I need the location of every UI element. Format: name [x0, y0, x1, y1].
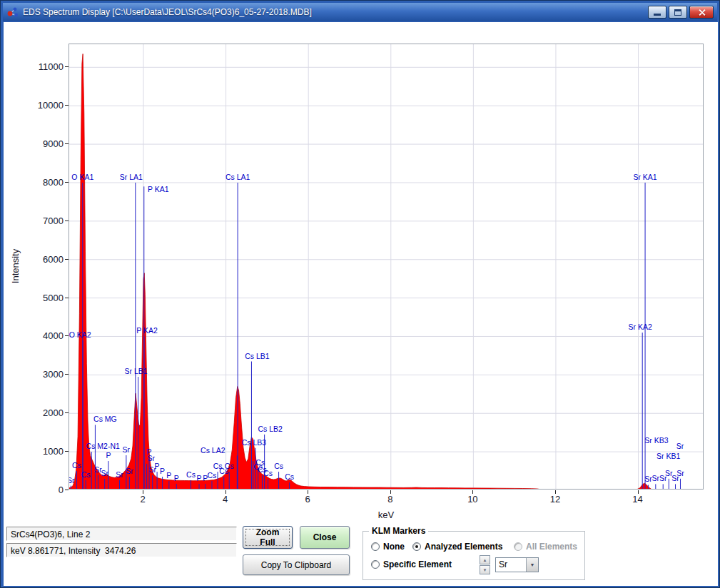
- element-dropdown[interactable]: Sr ▼: [495, 557, 539, 572]
- y-tick-label: 2000: [4, 407, 64, 418]
- radio-specific-element[interactable]: Specific Element: [371, 559, 452, 569]
- arrow-down-icon: ▼: [483, 568, 487, 572]
- x-tick: [638, 490, 639, 494]
- radio-analyzed-elements[interactable]: Analyzed Elements: [412, 542, 502, 552]
- y-tick-label: 0: [4, 485, 64, 495]
- spectrum-trace: [69, 54, 704, 490]
- close-spectrum-button[interactable]: Close: [300, 526, 350, 549]
- y-tick-label: 5000: [4, 293, 64, 303]
- minimize-button[interactable]: [648, 6, 666, 19]
- y-tick: [65, 143, 69, 144]
- spectrum-label-field[interactable]: SrCs4(PO3)6, Line 2: [6, 527, 237, 541]
- x-tick: [390, 490, 391, 494]
- radio-none-circle: [371, 542, 380, 551]
- radio-none[interactable]: None: [371, 542, 405, 552]
- y-tick: [65, 374, 69, 375]
- window-controls: [648, 6, 714, 19]
- chevron-down-icon: ▼: [530, 562, 535, 567]
- y-tick-label: 6000: [4, 254, 64, 265]
- close-icon: [698, 9, 706, 16]
- x-tick-label: 4: [213, 494, 238, 505]
- window: EDS Spectrum Display [C:\UserData\JEOL\S…: [0, 0, 720, 588]
- title-bar[interactable]: EDS Spectrum Display [C:\UserData\JEOL\S…: [3, 3, 717, 21]
- x-tick-label: 14: [626, 494, 650, 505]
- radio-specific-label: Specific Element: [383, 559, 452, 569]
- radio-none-label: None: [383, 542, 405, 552]
- x-axis-title: keV: [378, 510, 394, 520]
- radio-analyzed-label: Analyzed Elements: [425, 542, 502, 552]
- y-tick: [65, 451, 69, 452]
- y-tick: [65, 412, 69, 413]
- y-tick-label: 3000: [4, 369, 64, 380]
- y-tick-label: 8000: [4, 177, 64, 188]
- y-tick-label: 10000: [4, 100, 64, 111]
- spectrum-chart: [69, 44, 704, 490]
- copy-to-clipboard-button[interactable]: Copy To Clipboard: [243, 554, 350, 575]
- radio-analyzed-circle: [412, 542, 421, 551]
- y-tick-label: 4000: [4, 330, 64, 341]
- app-icon: [6, 6, 19, 18]
- klm-markers-group: KLM Markers None Analyzed Elements All E…: [362, 531, 585, 580]
- y-tick: [65, 66, 69, 67]
- y-tick-label: 7000: [4, 216, 64, 226]
- x-tick: [143, 490, 143, 494]
- y-tick: [65, 298, 69, 298]
- x-tick: [308, 490, 308, 494]
- close-window-button[interactable]: [689, 6, 714, 19]
- arrow-up-icon: ▲: [483, 558, 487, 562]
- window-title: EDS Spectrum Display [C:\UserData\JEOL\S…: [23, 7, 648, 17]
- radio-all-elements: All Elements: [514, 542, 577, 552]
- radio-all-label: All Elements: [526, 542, 577, 552]
- dropdown-button[interactable]: ▼: [526, 558, 538, 572]
- x-tick-label: 10: [460, 494, 485, 505]
- y-tick-label: 1000: [4, 446, 64, 457]
- x-tick-label: 8: [378, 494, 402, 505]
- x-tick: [472, 490, 473, 494]
- x-tick: [555, 490, 556, 494]
- radio-specific-circle: [371, 560, 380, 569]
- y-tick: [65, 182, 69, 183]
- y-tick: [65, 105, 69, 106]
- spinner-down-button[interactable]: ▼: [480, 565, 490, 574]
- cursor-readout-field[interactable]: keV 8.861771, Intensity 3474.26: [6, 543, 237, 557]
- x-tick-label: 2: [131, 494, 155, 505]
- minimize-icon: [654, 14, 661, 16]
- element-spinner: ▲ ▼: [480, 555, 490, 574]
- klm-markers-legend: KLM Markers: [369, 526, 428, 536]
- x-tick: [225, 490, 226, 494]
- spinner-up-button[interactable]: ▲: [480, 555, 490, 564]
- y-tick-label: 11000: [4, 61, 64, 72]
- y-tick: [65, 490, 69, 490]
- element-dropdown-value: Sr: [496, 558, 526, 572]
- y-tick: [65, 220, 69, 221]
- x-tick-label: 12: [543, 494, 567, 505]
- y-tick: [65, 335, 69, 336]
- x-tick-label: 6: [295, 494, 320, 505]
- maximize-button[interactable]: [669, 6, 687, 19]
- maximize-icon: [674, 9, 681, 16]
- zoom-full-button[interactable]: Zoom Full: [243, 526, 293, 549]
- plot-area[interactable]: O KA1O KA2Sr LA1Sr LB1P KA1P KA2Cs LA1Cs…: [69, 44, 704, 490]
- y-tick: [65, 259, 69, 260]
- client-area: Intensity keV O KA1O KA2Sr LA1Sr LB1P KA…: [4, 22, 718, 586]
- radio-all-circle: [514, 542, 522, 551]
- y-tick-label: 9000: [4, 138, 64, 149]
